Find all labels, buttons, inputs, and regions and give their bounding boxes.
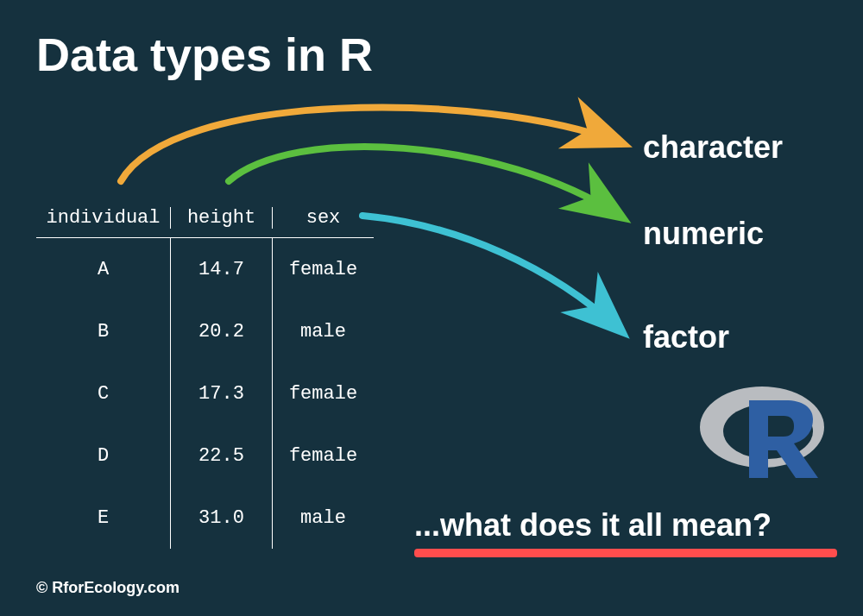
- cell-individual: E: [36, 487, 170, 549]
- credit-text: © RforEcology.com: [36, 579, 180, 597]
- cell-height: 31.0: [170, 487, 272, 549]
- cell-individual: A: [36, 238, 170, 300]
- data-table: individual height sex A 14.7 female B 20…: [36, 198, 374, 549]
- table-row: A 14.7 female: [36, 238, 374, 300]
- r-logo-icon: [699, 380, 828, 483]
- cell-height: 14.7: [170, 238, 272, 300]
- page-title: Data types in R: [36, 28, 373, 81]
- table-row: D 22.5 female: [36, 424, 374, 487]
- header-individual: individual: [36, 207, 170, 229]
- header-height: height: [170, 207, 272, 229]
- cell-sex: male: [272, 487, 374, 549]
- table-body: A 14.7 female B 20.2 male C 17.3 female …: [36, 238, 374, 549]
- cell-height: 20.2: [170, 300, 272, 362]
- cell-sex: female: [272, 362, 374, 424]
- type-label-numeric: numeric: [643, 216, 764, 252]
- subtitle-underline: [414, 549, 837, 557]
- cell-individual: B: [36, 300, 170, 362]
- cell-height: 22.5: [170, 424, 272, 487]
- cell-sex: male: [272, 300, 374, 362]
- cell-height: 17.3: [170, 362, 272, 424]
- cell-individual: C: [36, 362, 170, 424]
- cell-individual: D: [36, 424, 170, 487]
- arrow-factor-icon: [362, 216, 620, 330]
- header-sex: sex: [272, 207, 374, 229]
- table-header-row: individual height sex: [36, 198, 374, 238]
- subtitle: ...what does it all mean?: [414, 507, 772, 544]
- arrow-character-icon: [121, 107, 620, 181]
- type-label-character: character: [643, 129, 783, 166]
- table-row: C 17.3 female: [36, 362, 374, 424]
- cell-sex: female: [272, 424, 374, 487]
- cell-sex: female: [272, 238, 374, 300]
- table-row: E 31.0 male: [36, 487, 374, 549]
- type-label-factor: factor: [643, 319, 729, 355]
- table-row: B 20.2 male: [36, 300, 374, 362]
